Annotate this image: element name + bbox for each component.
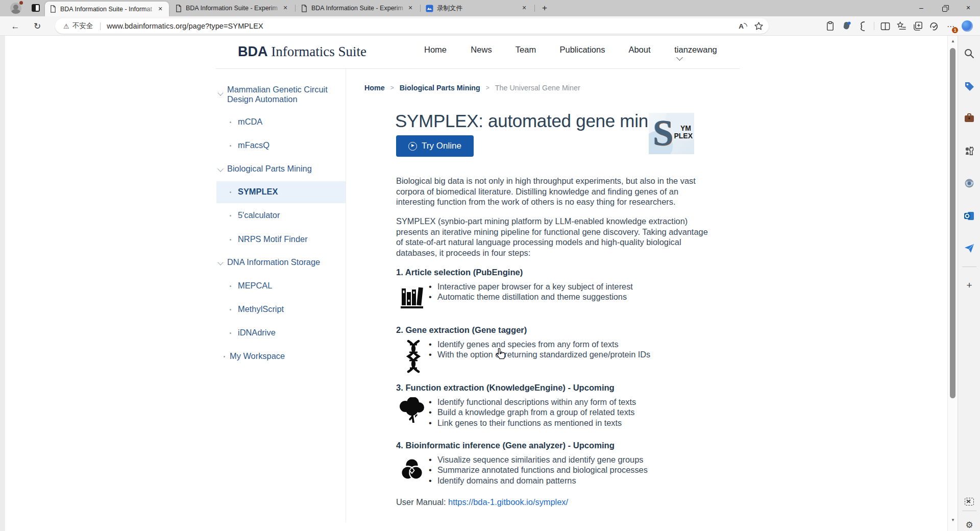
sidebar-item-5calculator[interactable]: 5'calculator	[238, 210, 280, 220]
tree-icon	[398, 397, 426, 425]
rail-settings-gear-icon[interactable]: ⚙	[964, 520, 975, 531]
user-manual-link[interactable]: https://bda-1.gitbook.io/symplex/	[448, 497, 568, 506]
sidebar-item-mepcal[interactable]: MEPCAL	[238, 281, 272, 291]
nav-item-news[interactable]: News	[471, 45, 492, 55]
chevron-down-icon[interactable]	[217, 166, 223, 172]
rail-divider	[962, 511, 976, 511]
collections-icon[interactable]	[913, 21, 923, 32]
window-minimize-button[interactable]: –	[910, 0, 933, 16]
tools-briefcase-icon[interactable]	[964, 112, 975, 124]
site-logo-serif: Informatics Suite	[268, 44, 366, 59]
clipboard-icon[interactable]	[825, 21, 836, 32]
not-secure-warning-icon: ⚠	[63, 22, 69, 30]
window-restore-button[interactable]	[933, 0, 957, 16]
sidebar-item-methylscript[interactable]: MethylScript	[238, 304, 284, 314]
m365-sphere-icon[interactable]	[964, 178, 975, 189]
sidebar-item-idnadrive[interactable]: iDNAdrive	[238, 328, 276, 337]
sidebar-item-mcda[interactable]: mCDA	[238, 117, 262, 127]
url-text[interactable]: www.bdainformatics.org/page?type=SYMPLEX	[107, 22, 263, 30]
step-4-title: 4. Bioinformatic inference (Gene analyze…	[396, 441, 615, 451]
nav-item-home[interactable]: Home	[424, 45, 447, 55]
toolbar-divider	[874, 22, 874, 30]
bullet-item: Build a knowledge graph from a group of …	[427, 407, 636, 417]
scroll-up-icon[interactable]: ▲	[948, 39, 958, 43]
browser-tab[interactable]: BDA Information Suite - Experim ×	[170, 0, 294, 16]
chevron-down-icon[interactable]	[217, 90, 223, 95]
tab-title: BDA Information Suite - Informat	[60, 6, 156, 13]
breadcrumb: Home > Biological Parts Mining > The Uni…	[364, 84, 580, 92]
favorites-bar-icon[interactable]	[896, 21, 907, 32]
avatar-body-icon	[11, 9, 20, 14]
tab-title-fade	[508, 2, 522, 14]
tab-title: 录制文件	[437, 4, 520, 13]
browser-tab[interactable]: BDA Information Suite - Experim ×	[296, 0, 419, 16]
back-button[interactable]: ←	[10, 21, 21, 32]
search-icon[interactable]	[964, 48, 975, 59]
sidebar-item-dna-information-storage-group[interactable]: DNA Information Storage	[227, 257, 329, 267]
bullet-icon	[230, 215, 231, 216]
address-bar[interactable]: ⚠ 不安全 www.bdainformatics.org/page?type=S…	[55, 18, 769, 34]
update-badge: 1	[952, 27, 958, 33]
page-scrollbar[interactable]: ▲ ▼	[947, 36, 958, 531]
settings-more-icon[interactable]: ⋯1	[945, 21, 956, 32]
tab-bar: BDA Information Suite - Informat × BDA I…	[0, 0, 980, 16]
profile-notification-dot	[19, 1, 23, 5]
shopping-tag-icon[interactable]	[964, 81, 975, 92]
extension-squiggle-icon[interactable]	[857, 21, 868, 32]
sidebar-item-my-workspace[interactable]: My Workspace	[230, 351, 285, 361]
tab-separator	[420, 5, 421, 12]
site-logo-bold: BDA	[238, 44, 268, 59]
symplex-logo-text-bottom: PLEX	[674, 132, 693, 140]
sidebar-item-nrps-motif-finder[interactable]: NRPS Motif Finder	[238, 234, 308, 244]
recording-app-favicon-icon	[426, 5, 433, 12]
evernote-extension-icon[interactable]	[841, 21, 852, 32]
bullet-icon	[230, 145, 231, 147]
window-close-button[interactable]: ×	[957, 0, 980, 16]
try-online-button[interactable]: Try Online	[396, 135, 474, 157]
nav-item-team[interactable]: Team	[516, 45, 536, 55]
nav-item-username[interactable]: tianzewang	[674, 45, 717, 55]
refresh-button[interactable]: ↻	[32, 21, 43, 32]
nav-item-about[interactable]: About	[628, 45, 650, 55]
browser-tab-recording[interactable]: 录制文件 ×	[422, 0, 533, 16]
new-tab-button[interactable]: +	[539, 3, 550, 14]
breadcrumb-biological-parts-mining[interactable]: Biological Parts Mining	[400, 84, 480, 92]
sidebar-item-mfacsq[interactable]: mFacsQ	[238, 140, 270, 150]
bullet-item: Visualize sequence similarities and iden…	[427, 454, 648, 465]
drop-paper-plane-icon[interactable]	[964, 243, 975, 254]
workspaces-icon[interactable]	[32, 4, 40, 12]
step-3-title: 3. Function extraction (KnowledgeEngine)…	[396, 383, 615, 393]
tab-title-fade	[270, 2, 283, 14]
bullet-icon	[230, 285, 231, 287]
play-circle-icon	[408, 142, 417, 151]
sidebar-item-biological-parts-mining-group[interactable]: Biological Parts Mining	[227, 164, 329, 174]
rail-add-button[interactable]: +	[964, 280, 975, 291]
bullet-item: With the option of returning standardize…	[427, 349, 650, 359]
outlook-icon[interactable]	[964, 210, 975, 222]
bullet-item: Summarize annotated functions and biolog…	[427, 465, 648, 475]
chevron-down-icon[interactable]	[217, 259, 223, 265]
scroll-down-icon[interactable]: ▼	[948, 518, 958, 522]
copilot-icon[interactable]	[962, 20, 973, 32]
nav-item-publications[interactable]: Publications	[560, 45, 605, 55]
web-page: BDA Informatics Suite Home News Team Pub…	[0, 36, 947, 531]
chevron-down-icon[interactable]	[676, 54, 683, 61]
breadcrumb-separator: >	[390, 84, 394, 91]
site-logo[interactable]: BDA Informatics Suite	[238, 44, 366, 60]
toolbar-icons: ⋯1	[825, 20, 973, 32]
split-screen-icon[interactable]	[880, 21, 891, 32]
breadcrumb-home[interactable]: Home	[364, 84, 385, 92]
read-aloud-icon[interactable]: A	[739, 22, 747, 30]
browser-tab-active[interactable]: BDA Information Suite - Informat ×	[45, 2, 169, 16]
web-capture-check-icon[interactable]	[929, 21, 940, 32]
sidebar-item-mammalian-group[interactable]: Mammalian Genetic Circuit Design Automat…	[227, 85, 329, 104]
screenshot-snip-icon[interactable]	[964, 496, 975, 508]
games-chess-icon[interactable]	[964, 145, 975, 156]
favorite-star-icon[interactable]	[754, 21, 764, 31]
sidebar-active-highlight	[216, 181, 346, 203]
security-label: 不安全	[72, 21, 93, 31]
snip-glyph	[965, 498, 974, 505]
bullet-icon	[230, 191, 231, 193]
scrollbar-thumb[interactable]	[950, 48, 955, 398]
sidebar-item-symplex-active[interactable]: SYMPLEX	[238, 187, 278, 197]
